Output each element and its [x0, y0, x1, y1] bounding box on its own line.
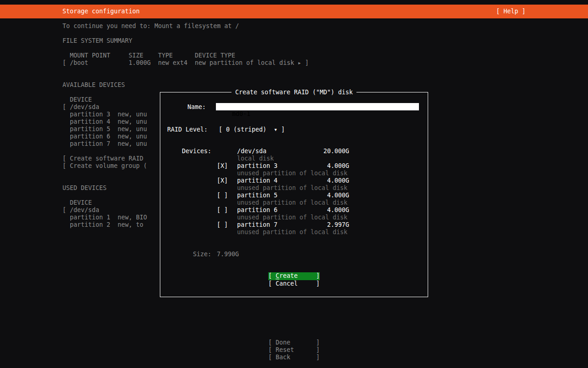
raid-level-value: [ 0 (striped) — [219, 126, 274, 133]
name-label: Name: — [187, 104, 206, 111]
back-button[interactable]: [ Back ] — [268, 354, 320, 361]
create-button-prefix: [ — [268, 272, 276, 279]
device-detail: unused partition of local disk — [237, 184, 347, 192]
available-devices-heading: AVAILABLE DEVICES — [62, 81, 125, 89]
column-header-type: TYPE — [158, 52, 173, 59]
partition-name: partition 4 — [70, 118, 110, 126]
column-header-device-type: DEVICE TYPE — [195, 52, 235, 59]
device-size: 4.000G — [276, 177, 349, 184]
raid-level-select[interactable]: [ 0 (striped) ▾ ] — [219, 126, 285, 133]
size-label: Size: — [193, 251, 211, 258]
device-detail: unused partition of local disk — [237, 199, 347, 207]
device-detail: local disk — [237, 155, 274, 162]
device-checkbox[interactable]: [X] — [217, 162, 228, 170]
partition-name: partition 1 — [70, 214, 110, 221]
device-name: partition 6 — [237, 207, 277, 214]
create-raid-dialog: Create software RAID ("MD") disk Name: m… — [160, 92, 428, 297]
disk-name: /dev/sda — [70, 104, 99, 111]
filesystem-summary-heading: FILE SYSTEM SUMMARY — [62, 37, 132, 45]
continue-hint-text: To continue you need to: Mount a filesys… — [62, 23, 239, 30]
available-device-column-header: DEVICE — [70, 96, 92, 104]
device-detail: unused partition of local disk — [237, 170, 347, 177]
device-size: 4.000G — [276, 207, 349, 214]
create-button-suffix: reate ] — [279, 272, 320, 279]
row-close-bracket: ] — [305, 59, 309, 67]
disk-name: /dev/sda — [70, 207, 99, 214]
reset-button[interactable]: [ Reset ] — [268, 346, 320, 354]
device-name: partition 3 — [237, 162, 277, 170]
devices-label: Devices: — [182, 148, 211, 155]
partition-status: new, unu — [118, 126, 147, 133]
device-size: 4.000G — [276, 162, 349, 170]
row-open-bracket: [ — [62, 207, 66, 214]
row-open-bracket: [ — [62, 59, 66, 67]
mount-point-value: /boot — [70, 59, 88, 67]
done-button[interactable]: [ Done ] — [268, 339, 320, 346]
create-button[interactable]: [ Create ] — [268, 272, 320, 280]
device-checkbox[interactable]: [ ] — [217, 207, 228, 214]
used-devices-heading: USED DEVICES — [62, 184, 107, 192]
partition-status: new, unu — [118, 111, 147, 118]
partition-status: new, unu — [118, 118, 147, 126]
raid-level-label: RAID Level: — [167, 126, 208, 133]
device-detail: unused partition of local disk — [237, 229, 347, 236]
page-title: Storage configuration — [62, 5, 140, 18]
create-button-accelerator: C — [276, 272, 279, 279]
type-value: new ext4 — [158, 59, 187, 67]
device-type-value: new partition of local disk — [195, 59, 294, 67]
partition-name: partition 6 — [70, 133, 110, 140]
device-size: 2.997G — [276, 221, 349, 229]
device-checkbox[interactable]: [X] — [217, 177, 228, 184]
expand-arrow-icon: ▸ — [298, 59, 301, 67]
create-volume-group-action[interactable]: [ Create volume group ( — [62, 162, 147, 170]
column-header-mount-point: MOUNT POINT — [70, 52, 110, 59]
device-checkbox[interactable]: [ ] — [217, 192, 228, 199]
device-detail: unused partition of local disk — [237, 214, 347, 221]
raid-level-close-bracket: ] — [277, 126, 285, 133]
size-value: 1.000G — [129, 59, 151, 67]
raid-name-input[interactable]: md0-1 — [216, 103, 419, 110]
cancel-button[interactable]: [ Cancel ] — [268, 280, 320, 288]
help-button[interactable]: [ Help ] — [496, 5, 526, 18]
header-bar: Storage configuration [ Help ] — [0, 5, 588, 18]
partition-status: new, unu — [118, 140, 147, 148]
partition-status: new, to — [118, 221, 143, 229]
partition-name: partition 5 — [70, 126, 110, 133]
partition-name: partition 2 — [70, 221, 110, 229]
column-header-size: SIZE — [129, 52, 143, 59]
used-device-column-header: DEVICE — [70, 199, 92, 207]
partition-name: partition 3 — [70, 111, 110, 118]
device-name: partition 7 — [237, 221, 277, 229]
device-size: 20.000G — [276, 148, 349, 155]
device-name: partition 5 — [237, 192, 277, 199]
device-name: partition 4 — [237, 177, 277, 184]
size-total-value: 7.990G — [217, 251, 239, 258]
partition-name: partition 7 — [70, 140, 110, 148]
dialog-title: Create software RAID ("MD") disk — [232, 89, 356, 96]
raid-name-value: md0-1 — [232, 110, 250, 117]
dropdown-arrow-icon: ▾ — [274, 126, 277, 133]
device-size: 4.000G — [276, 192, 349, 199]
partition-status: new, BIO — [118, 214, 147, 221]
device-name: /dev/sda — [237, 148, 266, 155]
row-open-bracket: [ — [62, 104, 66, 111]
partition-status: new, unu — [118, 133, 147, 140]
device-checkbox[interactable]: [ ] — [217, 221, 228, 229]
create-software-raid-action[interactable]: [ Create software RAID — [62, 155, 143, 162]
